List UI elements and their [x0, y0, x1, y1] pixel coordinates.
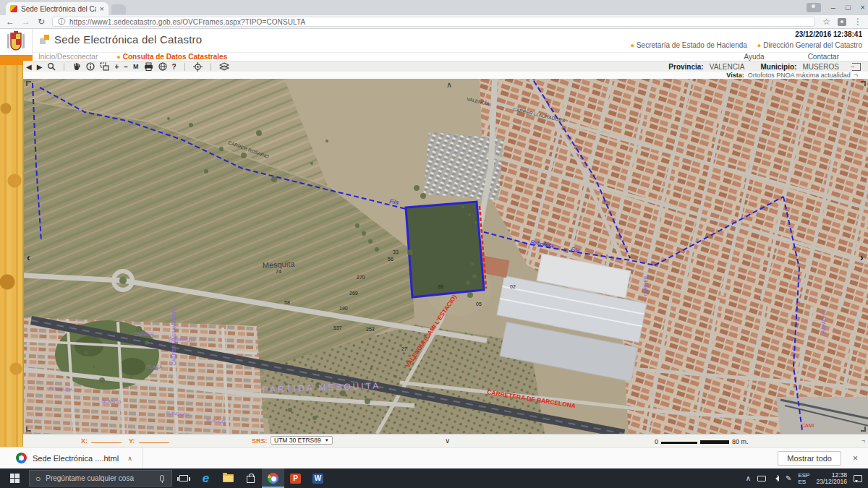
tree: [84, 351, 88, 355]
layers-icon[interactable]: [219, 62, 229, 71]
tab-favicon: [10, 5, 17, 12]
task-view-icon: [179, 475, 188, 481]
map-viewport[interactable]: MesquitaPARTIDA MESQUITACARRERGOMBALDACA…: [23, 79, 868, 434]
download-bar-close-icon[interactable]: ×: [853, 453, 858, 463]
zoom-in-button[interactable]: +: [114, 62, 119, 72]
link-secretaria[interactable]: ●Secretaría de Estado de Hacienda: [631, 41, 747, 49]
start-button[interactable]: [0, 468, 29, 488]
minimize-button[interactable]: –: [831, 3, 835, 12]
language-indicator[interactable]: ESPES: [798, 472, 809, 485]
browser-menu-icon[interactable]: ⋮: [854, 17, 862, 27]
map-label: 270: [357, 275, 365, 280]
tree: [256, 130, 262, 136]
map-label: PLAÇA: [147, 364, 163, 370]
menu-inicio[interactable]: Inicio/Desconectar: [38, 53, 98, 61]
exit-icon[interactable]: [852, 63, 861, 71]
page-info-icon[interactable]: ⓘ: [58, 17, 65, 27]
network-icon[interactable]: [757, 476, 766, 481]
tree: [99, 377, 105, 383]
map-label: 269: [349, 291, 358, 296]
tree: [355, 223, 359, 228]
header-links: ●Secretaría de Estado de Hacienda ●Direc…: [631, 41, 863, 49]
locate-icon[interactable]: [193, 62, 203, 72]
zoom-out-button[interactable]: −: [124, 62, 128, 72]
pen-icon[interactable]: ✎: [786, 474, 791, 482]
download-options-icon[interactable]: ∧: [127, 455, 132, 462]
map-toolbar: ◀ ▶ + − M ? Provincia: VALENCIA Municipi…: [23, 61, 868, 72]
search-placeholder: Pregúntame cualquier cosa: [46, 474, 155, 482]
tray-expand-icon[interactable]: ∧: [746, 474, 751, 482]
taskbar-file-explorer[interactable]: [217, 468, 239, 488]
action-center-icon[interactable]: [854, 475, 862, 482]
pan-left-button[interactable]: ◀: [26, 62, 32, 72]
taskbar-powerpoint[interactable]: P: [284, 468, 307, 488]
bookmark-star-icon[interactable]: ☆: [822, 17, 830, 27]
reload-icon[interactable]: ↻: [38, 17, 45, 27]
back-icon[interactable]: ←: [6, 17, 14, 27]
forward-icon[interactable]: →: [22, 17, 30, 27]
extension-icon[interactable]: [838, 18, 846, 26]
map-label: RAFALELL: [821, 309, 826, 333]
volume-icon[interactable]: [773, 476, 779, 481]
tree: [471, 262, 474, 265]
taskbar-clock[interactable]: 12:3823/12/2016: [816, 472, 847, 485]
globe-icon[interactable]: [158, 62, 167, 71]
selected-parcel[interactable]: [406, 202, 484, 297]
map-label: CARRER MASSAMAGRELL: [171, 305, 176, 365]
cortana-search-box[interactable]: ○ Pregúntame cualquier cosa: [29, 470, 172, 487]
tree: [167, 117, 170, 120]
new-tab-button[interactable]: [111, 4, 126, 14]
taskbar-edge[interactable]: e: [195, 468, 217, 488]
download-item[interactable]: Sede Electrónica ....html ∧: [0, 448, 143, 468]
select-area-icon[interactable]: [100, 62, 109, 71]
measure-button[interactable]: M: [133, 62, 139, 72]
map-label: 02: [510, 284, 516, 289]
show-all-downloads-button[interactable]: Mostrar todo: [778, 451, 841, 466]
taskbar-store[interactable]: [239, 468, 262, 488]
tree: [362, 231, 366, 236]
site-title: Sede Electrónica del Catastro: [54, 33, 202, 46]
microphone-icon[interactable]: [160, 475, 164, 481]
menu-consulta[interactable]: ●Consulta de Datos Catastrales: [116, 53, 227, 61]
map-corner-mark: [26, 427, 31, 432]
tree: [461, 205, 464, 208]
taskbar-word[interactable]: W: [307, 468, 329, 488]
pan-hand-icon[interactable]: [72, 62, 81, 71]
srs-select[interactable]: UTM 30 ETRS89▼: [271, 436, 333, 445]
browser-tab-strip: Sede Electrónica del Cat... × – □ ×: [0, 0, 868, 15]
map-label: 537: [333, 325, 342, 330]
municipio-label: Municipio:: [760, 63, 796, 71]
window-close-button[interactable]: ×: [861, 3, 865, 12]
browser-tab[interactable]: Sede Electrónica del Cat... ×: [6, 2, 109, 15]
map-label: Mesquita: [262, 260, 295, 270]
tree: [370, 367, 373, 370]
tree: [467, 292, 473, 298]
taskbar-task-view[interactable]: [172, 468, 195, 488]
help-button[interactable]: ?: [172, 62, 176, 72]
map-label: ∧: [446, 80, 452, 89]
taskbar-chrome[interactable]: [262, 468, 284, 488]
provincia-label: Provincia:: [668, 63, 703, 71]
tree: [310, 162, 313, 165]
map-label: 74: [276, 269, 281, 274]
tree: [394, 375, 397, 378]
search-icon[interactable]: [47, 62, 56, 71]
print-icon[interactable]: [144, 62, 153, 71]
edge-icon: e: [203, 472, 209, 484]
maximize-button[interactable]: □: [846, 3, 851, 12]
chrome-icon: [268, 473, 278, 484]
map-label: ›: [860, 252, 864, 263]
profile-avatar[interactable]: [807, 3, 821, 12]
tab-close-icon[interactable]: ×: [100, 4, 104, 13]
address-bar[interactable]: ⓘ https://www1.sedecatastro.gob.es/OVCFr…: [52, 17, 815, 27]
pan-down-icon[interactable]: ∨: [445, 437, 450, 445]
y-coordinate-field[interactable]: [139, 437, 169, 443]
map-label: CARRER: [134, 332, 154, 337]
info-icon[interactable]: [86, 62, 95, 71]
tree: [368, 239, 373, 244]
link-dgc[interactable]: ●Dirección General del Catastro: [757, 41, 862, 49]
x-coordinate-field[interactable]: [91, 437, 122, 443]
pan-right-button[interactable]: ▶: [37, 62, 43, 72]
menu-contactar[interactable]: Contactar: [808, 53, 839, 61]
menu-ayuda[interactable]: Ayuda: [744, 53, 764, 61]
